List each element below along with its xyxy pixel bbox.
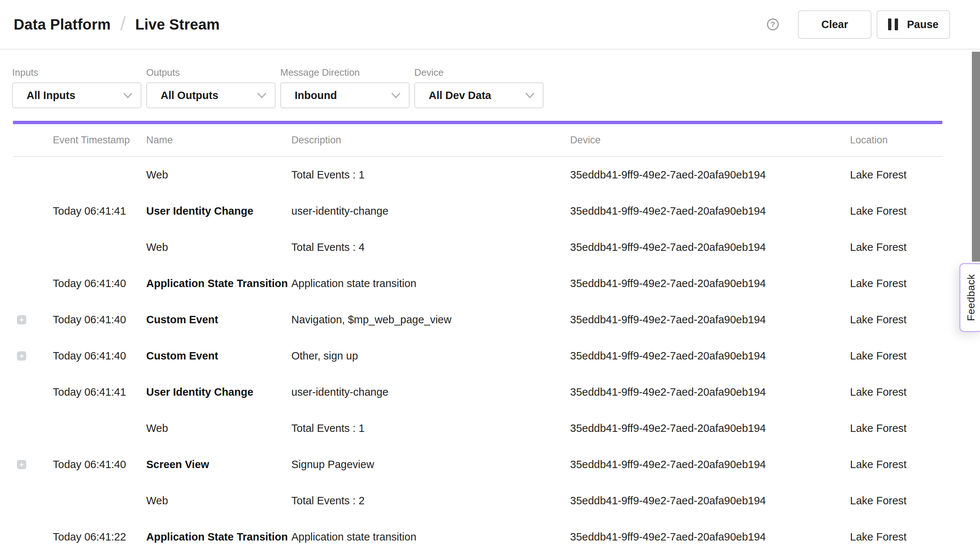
column-header-description: Description [291,124,570,156]
expand-cell [13,519,53,549]
event-device-cell: 35eddb41-9ff9-49e2-7aed-20afa90eb194 [570,193,850,229]
page-header: Data Platform / Live Stream ? Clear Paus… [0,0,980,49]
event-timestamp-cell: Today 06:41:40 [53,265,146,302]
event-timestamp-cell: Today 06:41:40 [53,446,146,482]
filter-device-label: Device [414,67,544,78]
expand-cell: + [13,446,53,482]
event-name-cell: Web [146,156,291,193]
table-row[interactable]: Today 06:41:40Application State Transiti… [13,265,942,302]
event-location-cell: Lake Forest [850,229,942,265]
event-name-cell: Custom Event [146,302,291,338]
event-timestamp-cell: Today 06:41:40 [53,338,146,374]
column-header-name: Name [146,124,291,156]
event-device-cell: 35eddb41-9ff9-49e2-7aed-20afa90eb194 [570,156,850,193]
event-timestamp-cell [53,156,146,193]
breadcrumb-current: Live Stream [135,16,220,33]
event-table: Event Timestamp Name Description Device … [13,124,942,549]
event-description-cell: Other, sign up [291,338,570,374]
event-location-cell: Lake Forest [850,410,942,446]
event-location-cell: Lake Forest [850,265,942,302]
expand-cell [13,193,53,229]
inputs-select-value: All Inputs [27,89,123,102]
table-row[interactable]: +Today 06:41:40Custom EventNavigation, $… [13,302,942,338]
outputs-select[interactable]: All Outputs [146,82,275,108]
event-name-cell: Application State Transition [146,265,291,302]
inputs-select[interactable]: All Inputs [12,82,142,108]
event-description-cell: Total Events : 4 [291,229,570,265]
device-select[interactable]: All Dev Data [414,82,544,108]
message-direction-select[interactable]: Inbound [280,82,409,108]
table-row[interactable]: WebTotal Events : 135eddb41-9ff9-49e2-7a… [13,156,942,193]
device-select-value: All Dev Data [429,89,525,102]
clear-button[interactable]: Clear [798,10,872,39]
feedback-tab-label: Feedback [965,274,977,321]
event-name-cell: Screen View [146,446,291,482]
event-device-cell: 35eddb41-9ff9-49e2-7aed-20afa90eb194 [570,229,850,265]
table-row[interactable]: Today 06:41:22Application State Transiti… [13,519,942,549]
event-name-cell: Application State Transition [146,519,291,549]
event-location-cell: Lake Forest [850,482,942,519]
event-location-cell: Lake Forest [850,156,942,193]
event-name-cell: User Identity Change [146,374,291,410]
event-location-cell: Lake Forest [850,193,942,229]
event-name-cell: Web [146,229,291,265]
expand-cell: + [13,338,53,374]
table-row[interactable]: WebTotal Events : 435eddb41-9ff9-49e2-7a… [13,229,942,265]
table-row[interactable]: Today 06:41:41User Identity Changeuser-i… [13,193,942,229]
expand-row-icon[interactable]: + [17,460,26,469]
event-description-cell: user-identity-change [291,193,570,229]
pause-icon [888,19,898,30]
event-timestamp-cell [53,482,146,519]
event-location-cell: Lake Forest [850,338,942,374]
column-header-event-timestamp: Event Timestamp [53,124,146,156]
help-icon[interactable]: ? [767,19,779,30]
event-name-cell: Custom Event [146,338,291,374]
event-description-cell: Application state transition [291,265,570,302]
event-description-cell: Navigation, $mp_web_page_view [291,302,570,338]
table-row[interactable]: Today 06:41:41User Identity Changeuser-i… [13,374,942,410]
chevron-down-icon [257,93,267,99]
event-description-cell: Total Events : 1 [291,410,570,446]
event-device-cell: 35eddb41-9ff9-49e2-7aed-20afa90eb194 [570,338,850,374]
expand-cell [13,374,53,410]
event-name-cell: User Identity Change [146,193,291,229]
table-row[interactable]: +Today 06:41:40Screen ViewSignup Pagevie… [13,446,942,482]
filter-inputs-label: Inputs [12,67,142,78]
breadcrumb-section[interactable]: Data Platform [14,16,111,33]
filter-outputs: Outputs All Outputs [146,67,275,108]
feedback-tab[interactable]: Feedback [959,263,980,332]
chevron-down-icon [391,93,401,99]
event-timestamp-cell: Today 06:41:40 [53,302,146,338]
table-row[interactable]: WebTotal Events : 235eddb41-9ff9-49e2-7a… [13,482,942,519]
event-timestamp-cell [53,229,146,265]
pause-button[interactable]: Pause [877,10,950,39]
event-description-cell: Application state transition [291,519,570,549]
table-row[interactable]: WebTotal Events : 135eddb41-9ff9-49e2-7a… [13,410,942,446]
filter-device: Device All Dev Data [414,67,544,108]
live-stream-progress-bar [13,121,942,124]
expand-row-icon[interactable]: + [17,315,26,324]
vertical-scrollbar-thumb[interactable] [972,52,980,262]
column-header-device: Device [570,124,850,156]
expand-cell [13,482,53,519]
event-device-cell: 35eddb41-9ff9-49e2-7aed-20afa90eb194 [570,410,850,446]
outputs-select-value: All Outputs [161,89,257,102]
filter-message-direction-label: Message Direction [280,67,409,78]
event-description-cell: user-identity-change [291,374,570,410]
event-device-cell: 35eddb41-9ff9-49e2-7aed-20afa90eb194 [570,519,850,549]
event-description-cell: Total Events : 2 [291,482,570,519]
event-description-cell: Signup Pageview [291,446,570,482]
event-location-cell: Lake Forest [850,374,942,410]
expand-row-icon[interactable]: + [17,351,26,361]
event-device-cell: 35eddb41-9ff9-49e2-7aed-20afa90eb194 [570,482,850,519]
header-actions: ? Clear Pause [767,10,950,39]
event-name-cell: Web [146,410,291,446]
event-timestamp-cell [53,410,146,446]
expand-cell [13,156,53,193]
event-description-cell: Total Events : 1 [291,156,570,193]
event-device-cell: 35eddb41-9ff9-49e2-7aed-20afa90eb194 [570,446,850,482]
chevron-down-icon [525,93,535,99]
table-row[interactable]: +Today 06:41:40Custom EventOther, sign u… [13,338,942,374]
expand-cell [13,265,53,302]
expand-cell [13,410,53,446]
